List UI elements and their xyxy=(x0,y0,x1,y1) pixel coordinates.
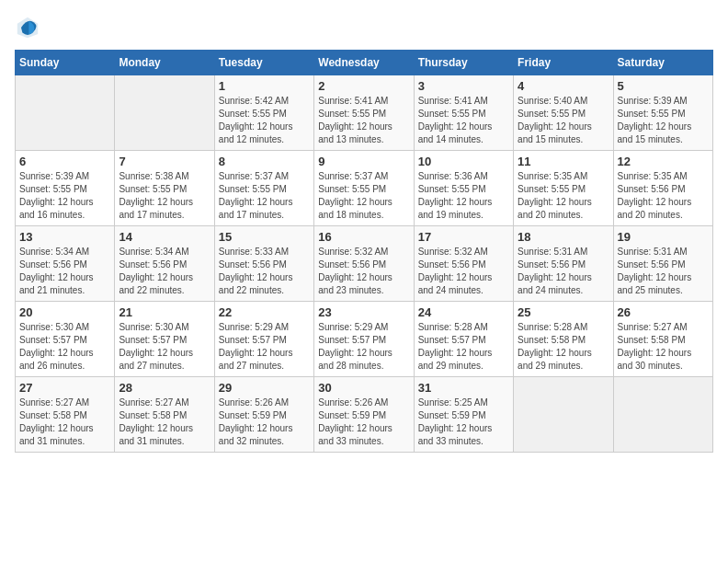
day-info: Sunrise: 5:38 AM Sunset: 5:55 PM Dayligh… xyxy=(119,170,210,222)
day-number: 7 xyxy=(119,155,210,168)
calendar-cell: 4Sunrise: 5:40 AM Sunset: 5:55 PM Daylig… xyxy=(514,75,613,151)
day-info: Sunrise: 5:39 AM Sunset: 5:55 PM Dayligh… xyxy=(19,170,110,222)
day-header-tuesday: Tuesday xyxy=(214,51,313,75)
day-number: 20 xyxy=(19,305,110,319)
day-info: Sunrise: 5:39 AM Sunset: 5:55 PM Dayligh… xyxy=(618,95,709,146)
day-info: Sunrise: 5:27 AM Sunset: 5:58 PM Dayligh… xyxy=(618,321,709,373)
day-info: Sunrise: 5:41 AM Sunset: 5:55 PM Dayligh… xyxy=(418,95,509,146)
day-header-friday: Friday xyxy=(514,51,613,75)
day-header-wednesday: Wednesday xyxy=(314,51,414,75)
day-number: 23 xyxy=(318,305,409,319)
day-info: Sunrise: 5:30 AM Sunset: 5:57 PM Dayligh… xyxy=(119,321,210,373)
day-number: 25 xyxy=(518,305,609,319)
day-number: 31 xyxy=(418,381,509,395)
day-number: 26 xyxy=(618,305,709,319)
day-number: 8 xyxy=(219,155,310,168)
day-number: 3 xyxy=(418,79,509,93)
week-row-4: 20Sunrise: 5:30 AM Sunset: 5:57 PM Dayli… xyxy=(16,302,713,377)
calendar-cell: 13Sunrise: 5:34 AM Sunset: 5:56 PM Dayli… xyxy=(16,226,115,302)
calendar-cell: 9Sunrise: 5:37 AM Sunset: 5:55 PM Daylig… xyxy=(314,151,414,226)
day-info: Sunrise: 5:37 AM Sunset: 5:55 PM Dayligh… xyxy=(219,170,310,222)
calendar-cell: 7Sunrise: 5:38 AM Sunset: 5:55 PM Daylig… xyxy=(115,151,214,226)
day-info: Sunrise: 5:34 AM Sunset: 5:56 PM Dayligh… xyxy=(19,246,110,297)
week-row-3: 13Sunrise: 5:34 AM Sunset: 5:56 PM Dayli… xyxy=(16,226,713,302)
day-info: Sunrise: 5:37 AM Sunset: 5:55 PM Dayligh… xyxy=(318,170,409,222)
calendar-cell: 8Sunrise: 5:37 AM Sunset: 5:55 PM Daylig… xyxy=(214,151,313,226)
day-info: Sunrise: 5:32 AM Sunset: 5:56 PM Dayligh… xyxy=(318,246,409,297)
day-info: Sunrise: 5:25 AM Sunset: 5:59 PM Dayligh… xyxy=(418,396,509,448)
day-info: Sunrise: 5:28 AM Sunset: 5:57 PM Dayligh… xyxy=(418,321,509,373)
calendar-cell: 20Sunrise: 5:30 AM Sunset: 5:57 PM Dayli… xyxy=(16,302,115,377)
day-info: Sunrise: 5:26 AM Sunset: 5:59 PM Dayligh… xyxy=(318,396,409,448)
day-number: 10 xyxy=(418,155,509,168)
day-info: Sunrise: 5:33 AM Sunset: 5:56 PM Dayligh… xyxy=(219,246,310,297)
day-header-sunday: Sunday xyxy=(16,51,115,75)
calendar-cell: 6Sunrise: 5:39 AM Sunset: 5:55 PM Daylig… xyxy=(16,151,115,226)
day-number: 17 xyxy=(418,230,509,244)
day-info: Sunrise: 5:26 AM Sunset: 5:59 PM Dayligh… xyxy=(219,396,310,448)
day-info: Sunrise: 5:29 AM Sunset: 5:57 PM Dayligh… xyxy=(318,321,409,373)
day-info: Sunrise: 5:31 AM Sunset: 5:56 PM Dayligh… xyxy=(618,246,709,297)
header-row: SundayMondayTuesdayWednesdayThursdayFrid… xyxy=(16,51,713,75)
page-header xyxy=(15,15,713,40)
day-info: Sunrise: 5:31 AM Sunset: 5:56 PM Dayligh… xyxy=(518,246,609,297)
week-row-2: 6Sunrise: 5:39 AM Sunset: 5:55 PM Daylig… xyxy=(16,151,713,226)
day-number: 27 xyxy=(19,381,110,395)
day-info: Sunrise: 5:30 AM Sunset: 5:57 PM Dayligh… xyxy=(19,321,110,373)
calendar-cell: 1Sunrise: 5:42 AM Sunset: 5:55 PM Daylig… xyxy=(214,75,313,151)
day-number: 21 xyxy=(119,305,210,319)
day-number: 22 xyxy=(219,305,310,319)
calendar-cell: 12Sunrise: 5:35 AM Sunset: 5:56 PM Dayli… xyxy=(613,151,712,226)
day-info: Sunrise: 5:29 AM Sunset: 5:57 PM Dayligh… xyxy=(219,321,310,373)
logo-icon xyxy=(15,15,40,40)
calendar-cell xyxy=(115,75,214,151)
day-info: Sunrise: 5:42 AM Sunset: 5:55 PM Dayligh… xyxy=(219,95,310,146)
calendar-cell xyxy=(16,75,115,151)
calendar-cell: 30Sunrise: 5:26 AM Sunset: 5:59 PM Dayli… xyxy=(314,377,414,453)
day-info: Sunrise: 5:41 AM Sunset: 5:55 PM Dayligh… xyxy=(318,95,409,146)
day-number: 6 xyxy=(19,155,110,168)
day-header-thursday: Thursday xyxy=(414,51,513,75)
day-info: Sunrise: 5:27 AM Sunset: 5:58 PM Dayligh… xyxy=(19,396,110,448)
day-info: Sunrise: 5:27 AM Sunset: 5:58 PM Dayligh… xyxy=(119,396,210,448)
day-info: Sunrise: 5:40 AM Sunset: 5:55 PM Dayligh… xyxy=(518,95,609,146)
day-number: 1 xyxy=(219,79,310,93)
day-header-monday: Monday xyxy=(115,51,214,75)
calendar-table: SundayMondayTuesdayWednesdayThursdayFrid… xyxy=(15,50,713,453)
day-number: 28 xyxy=(119,381,210,395)
calendar-cell: 22Sunrise: 5:29 AM Sunset: 5:57 PM Dayli… xyxy=(214,302,313,377)
calendar-cell: 28Sunrise: 5:27 AM Sunset: 5:58 PM Dayli… xyxy=(115,377,214,453)
calendar-cell: 10Sunrise: 5:36 AM Sunset: 5:55 PM Dayli… xyxy=(414,151,513,226)
day-number: 5 xyxy=(618,79,709,93)
day-number: 16 xyxy=(318,230,409,244)
day-info: Sunrise: 5:28 AM Sunset: 5:58 PM Dayligh… xyxy=(518,321,609,373)
day-number: 12 xyxy=(618,155,709,168)
calendar-cell: 24Sunrise: 5:28 AM Sunset: 5:57 PM Dayli… xyxy=(414,302,513,377)
day-number: 18 xyxy=(518,230,609,244)
calendar-cell: 25Sunrise: 5:28 AM Sunset: 5:58 PM Dayli… xyxy=(514,302,613,377)
day-number: 30 xyxy=(318,381,409,395)
calendar-cell: 16Sunrise: 5:32 AM Sunset: 5:56 PM Dayli… xyxy=(314,226,414,302)
day-number: 24 xyxy=(418,305,509,319)
calendar-cell: 21Sunrise: 5:30 AM Sunset: 5:57 PM Dayli… xyxy=(115,302,214,377)
calendar-cell: 11Sunrise: 5:35 AM Sunset: 5:55 PM Dayli… xyxy=(514,151,613,226)
calendar-cell: 19Sunrise: 5:31 AM Sunset: 5:56 PM Dayli… xyxy=(613,226,712,302)
calendar-cell: 27Sunrise: 5:27 AM Sunset: 5:58 PM Dayli… xyxy=(16,377,115,453)
day-info: Sunrise: 5:35 AM Sunset: 5:56 PM Dayligh… xyxy=(618,170,709,222)
day-number: 13 xyxy=(19,230,110,244)
week-row-1: 1Sunrise: 5:42 AM Sunset: 5:55 PM Daylig… xyxy=(16,75,713,151)
day-info: Sunrise: 5:35 AM Sunset: 5:55 PM Dayligh… xyxy=(518,170,609,222)
calendar-cell: 2Sunrise: 5:41 AM Sunset: 5:55 PM Daylig… xyxy=(314,75,414,151)
day-number: 9 xyxy=(318,155,409,168)
calendar-cell: 5Sunrise: 5:39 AM Sunset: 5:55 PM Daylig… xyxy=(613,75,712,151)
week-row-5: 27Sunrise: 5:27 AM Sunset: 5:58 PM Dayli… xyxy=(16,377,713,453)
calendar-cell: 15Sunrise: 5:33 AM Sunset: 5:56 PM Dayli… xyxy=(214,226,313,302)
day-number: 29 xyxy=(219,381,310,395)
calendar-cell: 23Sunrise: 5:29 AM Sunset: 5:57 PM Dayli… xyxy=(314,302,414,377)
calendar-cell: 3Sunrise: 5:41 AM Sunset: 5:55 PM Daylig… xyxy=(414,75,513,151)
day-number: 4 xyxy=(518,79,609,93)
day-number: 19 xyxy=(618,230,709,244)
calendar-cell: 29Sunrise: 5:26 AM Sunset: 5:59 PM Dayli… xyxy=(214,377,313,453)
calendar-cell: 17Sunrise: 5:32 AM Sunset: 5:56 PM Dayli… xyxy=(414,226,513,302)
day-number: 11 xyxy=(518,155,609,168)
